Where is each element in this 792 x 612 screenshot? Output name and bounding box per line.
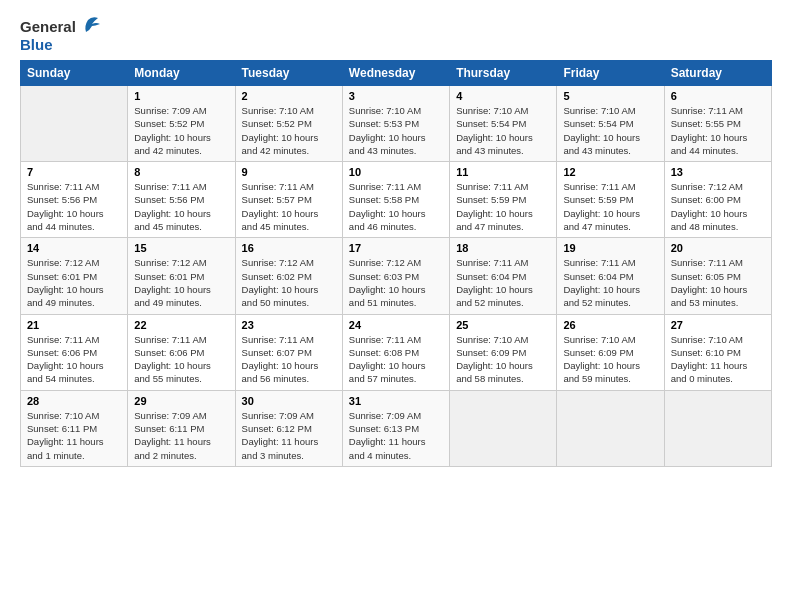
day-number: 19	[563, 242, 657, 254]
day-number: 26	[563, 319, 657, 331]
calendar-cell: 9Sunrise: 7:11 AMSunset: 5:57 PMDaylight…	[235, 162, 342, 238]
calendar-cell: 4Sunrise: 7:10 AMSunset: 5:54 PMDaylight…	[450, 86, 557, 162]
calendar-cell: 20Sunrise: 7:11 AMSunset: 6:05 PMDayligh…	[664, 238, 771, 314]
day-number: 25	[456, 319, 550, 331]
column-header-friday: Friday	[557, 61, 664, 86]
calendar-week-5: 28Sunrise: 7:10 AMSunset: 6:11 PMDayligh…	[21, 390, 772, 466]
day-info: Sunrise: 7:09 AMSunset: 6:11 PMDaylight:…	[134, 409, 228, 462]
column-header-saturday: Saturday	[664, 61, 771, 86]
calendar-week-2: 7Sunrise: 7:11 AMSunset: 5:56 PMDaylight…	[21, 162, 772, 238]
calendar-cell: 16Sunrise: 7:12 AMSunset: 6:02 PMDayligh…	[235, 238, 342, 314]
day-info: Sunrise: 7:11 AMSunset: 5:59 PMDaylight:…	[456, 180, 550, 233]
logo-general: General	[20, 18, 76, 36]
day-number: 8	[134, 166, 228, 178]
calendar-cell: 17Sunrise: 7:12 AMSunset: 6:03 PMDayligh…	[342, 238, 449, 314]
calendar-cell	[21, 86, 128, 162]
day-info: Sunrise: 7:11 AMSunset: 6:04 PMDaylight:…	[456, 256, 550, 309]
day-number: 1	[134, 90, 228, 102]
day-info: Sunrise: 7:11 AMSunset: 6:06 PMDaylight:…	[134, 333, 228, 386]
day-info: Sunrise: 7:11 AMSunset: 5:58 PMDaylight:…	[349, 180, 443, 233]
column-header-thursday: Thursday	[450, 61, 557, 86]
day-number: 4	[456, 90, 550, 102]
calendar-week-1: 1Sunrise: 7:09 AMSunset: 5:52 PMDaylight…	[21, 86, 772, 162]
day-number: 18	[456, 242, 550, 254]
day-number: 30	[242, 395, 336, 407]
calendar-cell: 8Sunrise: 7:11 AMSunset: 5:56 PMDaylight…	[128, 162, 235, 238]
day-info: Sunrise: 7:12 AMSunset: 6:01 PMDaylight:…	[27, 256, 121, 309]
column-header-sunday: Sunday	[21, 61, 128, 86]
column-header-tuesday: Tuesday	[235, 61, 342, 86]
day-info: Sunrise: 7:12 AMSunset: 6:00 PMDaylight:…	[671, 180, 765, 233]
day-info: Sunrise: 7:10 AMSunset: 5:54 PMDaylight:…	[563, 104, 657, 157]
day-number: 27	[671, 319, 765, 331]
day-number: 23	[242, 319, 336, 331]
day-info: Sunrise: 7:11 AMSunset: 6:07 PMDaylight:…	[242, 333, 336, 386]
day-number: 16	[242, 242, 336, 254]
calendar-week-4: 21Sunrise: 7:11 AMSunset: 6:06 PMDayligh…	[21, 314, 772, 390]
calendar-cell: 19Sunrise: 7:11 AMSunset: 6:04 PMDayligh…	[557, 238, 664, 314]
day-info: Sunrise: 7:12 AMSunset: 6:01 PMDaylight:…	[134, 256, 228, 309]
day-number: 3	[349, 90, 443, 102]
day-number: 14	[27, 242, 121, 254]
calendar-cell: 23Sunrise: 7:11 AMSunset: 6:07 PMDayligh…	[235, 314, 342, 390]
calendar-cell	[664, 390, 771, 466]
logo-container: General Blue	[20, 18, 100, 54]
logo-blue: Blue	[20, 36, 53, 54]
day-info: Sunrise: 7:11 AMSunset: 5:55 PMDaylight:…	[671, 104, 765, 157]
day-number: 21	[27, 319, 121, 331]
calendar-cell: 3Sunrise: 7:10 AMSunset: 5:53 PMDaylight…	[342, 86, 449, 162]
calendar-cell: 21Sunrise: 7:11 AMSunset: 6:06 PMDayligh…	[21, 314, 128, 390]
calendar-cell: 26Sunrise: 7:10 AMSunset: 6:09 PMDayligh…	[557, 314, 664, 390]
calendar-table: SundayMondayTuesdayWednesdayThursdayFrid…	[20, 60, 772, 467]
day-number: 9	[242, 166, 336, 178]
calendar-cell: 18Sunrise: 7:11 AMSunset: 6:04 PMDayligh…	[450, 238, 557, 314]
calendar-cell: 1Sunrise: 7:09 AMSunset: 5:52 PMDaylight…	[128, 86, 235, 162]
calendar-cell: 27Sunrise: 7:10 AMSunset: 6:10 PMDayligh…	[664, 314, 771, 390]
day-number: 2	[242, 90, 336, 102]
day-info: Sunrise: 7:12 AMSunset: 6:02 PMDaylight:…	[242, 256, 336, 309]
day-info: Sunrise: 7:09 AMSunset: 5:52 PMDaylight:…	[134, 104, 228, 157]
calendar-cell: 24Sunrise: 7:11 AMSunset: 6:08 PMDayligh…	[342, 314, 449, 390]
main-container: General Blue SundayMondayTuesdayWednesda…	[0, 0, 792, 477]
calendar-cell: 13Sunrise: 7:12 AMSunset: 6:00 PMDayligh…	[664, 162, 771, 238]
day-info: Sunrise: 7:10 AMSunset: 5:52 PMDaylight:…	[242, 104, 336, 157]
day-number: 10	[349, 166, 443, 178]
logo-bird-icon	[78, 16, 100, 34]
calendar-cell: 7Sunrise: 7:11 AMSunset: 5:56 PMDaylight…	[21, 162, 128, 238]
day-info: Sunrise: 7:11 AMSunset: 6:05 PMDaylight:…	[671, 256, 765, 309]
day-number: 22	[134, 319, 228, 331]
day-number: 31	[349, 395, 443, 407]
day-number: 28	[27, 395, 121, 407]
day-info: Sunrise: 7:10 AMSunset: 5:54 PMDaylight:…	[456, 104, 550, 157]
column-header-monday: Monday	[128, 61, 235, 86]
day-info: Sunrise: 7:10 AMSunset: 6:11 PMDaylight:…	[27, 409, 121, 462]
calendar-cell: 28Sunrise: 7:10 AMSunset: 6:11 PMDayligh…	[21, 390, 128, 466]
day-info: Sunrise: 7:11 AMSunset: 5:59 PMDaylight:…	[563, 180, 657, 233]
day-number: 11	[456, 166, 550, 178]
logo: General Blue	[20, 18, 100, 54]
calendar-cell: 14Sunrise: 7:12 AMSunset: 6:01 PMDayligh…	[21, 238, 128, 314]
calendar-cell: 11Sunrise: 7:11 AMSunset: 5:59 PMDayligh…	[450, 162, 557, 238]
day-info: Sunrise: 7:11 AMSunset: 5:56 PMDaylight:…	[134, 180, 228, 233]
header: General Blue	[20, 18, 772, 54]
calendar-cell: 15Sunrise: 7:12 AMSunset: 6:01 PMDayligh…	[128, 238, 235, 314]
calendar-cell: 5Sunrise: 7:10 AMSunset: 5:54 PMDaylight…	[557, 86, 664, 162]
calendar-cell: 25Sunrise: 7:10 AMSunset: 6:09 PMDayligh…	[450, 314, 557, 390]
calendar-cell: 2Sunrise: 7:10 AMSunset: 5:52 PMDaylight…	[235, 86, 342, 162]
day-info: Sunrise: 7:11 AMSunset: 5:56 PMDaylight:…	[27, 180, 121, 233]
day-info: Sunrise: 7:09 AMSunset: 6:12 PMDaylight:…	[242, 409, 336, 462]
day-info: Sunrise: 7:10 AMSunset: 6:10 PMDaylight:…	[671, 333, 765, 386]
day-info: Sunrise: 7:12 AMSunset: 6:03 PMDaylight:…	[349, 256, 443, 309]
calendar-cell: 10Sunrise: 7:11 AMSunset: 5:58 PMDayligh…	[342, 162, 449, 238]
day-number: 5	[563, 90, 657, 102]
day-number: 24	[349, 319, 443, 331]
day-number: 20	[671, 242, 765, 254]
day-number: 6	[671, 90, 765, 102]
calendar-cell: 12Sunrise: 7:11 AMSunset: 5:59 PMDayligh…	[557, 162, 664, 238]
day-info: Sunrise: 7:10 AMSunset: 6:09 PMDaylight:…	[456, 333, 550, 386]
day-info: Sunrise: 7:10 AMSunset: 6:09 PMDaylight:…	[563, 333, 657, 386]
day-number: 17	[349, 242, 443, 254]
day-number: 29	[134, 395, 228, 407]
calendar-cell: 6Sunrise: 7:11 AMSunset: 5:55 PMDaylight…	[664, 86, 771, 162]
day-info: Sunrise: 7:11 AMSunset: 6:04 PMDaylight:…	[563, 256, 657, 309]
